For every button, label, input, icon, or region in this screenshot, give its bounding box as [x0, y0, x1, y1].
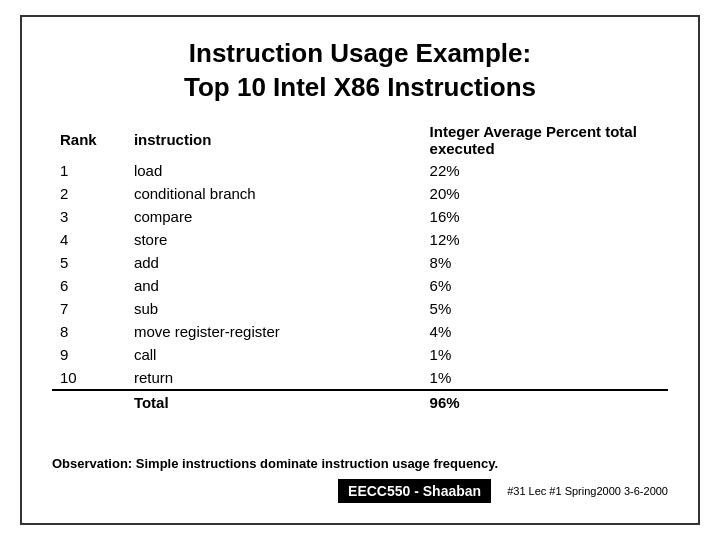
cell-rank: 5: [52, 251, 126, 274]
cell-rank: 10: [52, 366, 126, 390]
observation-text: Observation: Simple instructions dominat…: [52, 456, 668, 471]
table-row: 10return1%: [52, 366, 668, 390]
table-row: 1load22%: [52, 159, 668, 182]
cell-percent: 16%: [422, 205, 668, 228]
table-header-row: Rank instruction Integer Average Percent…: [52, 121, 668, 159]
slide: Instruction Usage Example: Top 10 Intel …: [20, 15, 700, 525]
table-row: 3compare16%: [52, 205, 668, 228]
total-empty: [52, 390, 126, 414]
cell-percent: 12%: [422, 228, 668, 251]
table-row: 5add8%: [52, 251, 668, 274]
cell-percent: 5%: [422, 297, 668, 320]
cell-instruction: compare: [126, 205, 422, 228]
table-row: 8move register-register4%: [52, 320, 668, 343]
cell-percent: 1%: [422, 366, 668, 390]
cell-rank: 4: [52, 228, 126, 251]
table-total-row: Total96%: [52, 390, 668, 414]
cell-instruction: add: [126, 251, 422, 274]
title-line1: Instruction Usage Example:: [189, 38, 531, 68]
cell-percent: 1%: [422, 343, 668, 366]
cell-instruction: load: [126, 159, 422, 182]
table-row: 9call1%: [52, 343, 668, 366]
table-area: Rank instruction Integer Average Percent…: [52, 121, 668, 446]
footer-info: #31 Lec #1 Spring2000 3-6-2000: [507, 485, 668, 497]
table-row: 7sub5%: [52, 297, 668, 320]
cell-rank: 2: [52, 182, 126, 205]
cell-percent: 20%: [422, 182, 668, 205]
cell-percent: 22%: [422, 159, 668, 182]
cell-instruction: sub: [126, 297, 422, 320]
table-row: 2conditional branch20%: [52, 182, 668, 205]
header-percent: Integer Average Percent total executed: [422, 121, 668, 159]
cell-rank: 9: [52, 343, 126, 366]
title-line2: Top 10 Intel X86 Instructions: [184, 72, 536, 102]
total-value: 96%: [422, 390, 668, 414]
cell-instruction: store: [126, 228, 422, 251]
cell-percent: 6%: [422, 274, 668, 297]
cell-percent: 8%: [422, 251, 668, 274]
cell-instruction: return: [126, 366, 422, 390]
data-table: Rank instruction Integer Average Percent…: [52, 121, 668, 414]
cell-instruction: move register-register: [126, 320, 422, 343]
cell-rank: 6: [52, 274, 126, 297]
cell-rank: 1: [52, 159, 126, 182]
header-instruction: instruction: [126, 121, 422, 159]
footer-badge: EECC550 - Shaaban: [338, 479, 491, 503]
cell-instruction: conditional branch: [126, 182, 422, 205]
cell-percent: 4%: [422, 320, 668, 343]
cell-instruction: and: [126, 274, 422, 297]
table-row: 4store12%: [52, 228, 668, 251]
cell-instruction: call: [126, 343, 422, 366]
cell-rank: 3: [52, 205, 126, 228]
header-rank: Rank: [52, 121, 126, 159]
slide-title: Instruction Usage Example: Top 10 Intel …: [52, 37, 668, 105]
footer: EECC550 - Shaaban #31 Lec #1 Spring2000 …: [52, 479, 668, 503]
cell-rank: 7: [52, 297, 126, 320]
table-row: 6and6%: [52, 274, 668, 297]
total-label: Total: [126, 390, 422, 414]
cell-rank: 8: [52, 320, 126, 343]
